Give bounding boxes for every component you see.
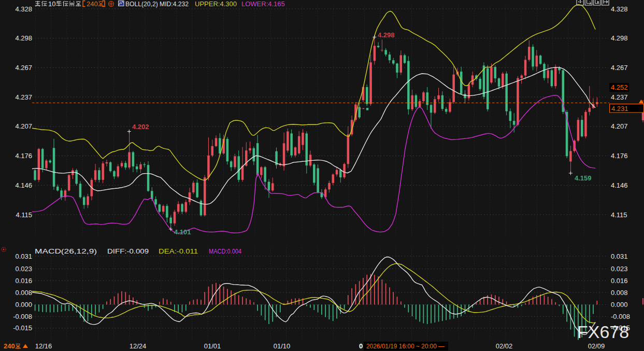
svg-text:DEA:-0.011: DEA:-0.011 [159, 247, 198, 255]
svg-text:4.328: 4.328 [611, 5, 628, 13]
svg-text:02/09: 02/09 [588, 342, 605, 350]
svg-text:0.031: 0.031 [611, 252, 628, 260]
svg-text:2026/01/19 16:00 ~ 20:00 —: 2026/01/19 16:00 ~ 20:00 — [366, 342, 445, 350]
svg-text:10: 10 [48, 0, 55, 8]
svg-text:-0.015: -0.015 [13, 324, 32, 332]
svg-text:240: 240 [87, 0, 98, 8]
svg-text:BOLL(20,2) MID:4.232: BOLL(20,2) MID:4.232 [125, 0, 189, 8]
svg-text:0: 0 [359, 342, 363, 350]
svg-text:4.207: 4.207 [611, 122, 628, 130]
svg-text:MACD(26,12,9): MACD(26,12,9) [35, 247, 97, 255]
svg-text:0.016: 0.016 [15, 277, 32, 285]
svg-text:4.298: 4.298 [15, 34, 32, 42]
svg-text:4.237: 4.237 [15, 93, 32, 101]
svg-text:-0.008: -0.008 [13, 313, 32, 320]
svg-text:4.176: 4.176 [611, 152, 628, 160]
svg-text:4.252: 4.252 [611, 83, 628, 91]
svg-text:4.101: 4.101 [174, 228, 191, 236]
svg-text:4.146: 4.146 [611, 181, 628, 189]
svg-text:-0.008: -0.008 [611, 313, 630, 320]
svg-text:12/24: 12/24 [130, 342, 147, 350]
svg-text:0.000: 0.000 [611, 301, 628, 308]
svg-text:4.202: 4.202 [132, 123, 149, 131]
svg-text:0.000: 0.000 [15, 301, 32, 308]
svg-text:4.115: 4.115 [16, 211, 32, 219]
svg-text:4.176: 4.176 [15, 152, 32, 160]
svg-text:4.146: 4.146 [15, 181, 32, 189]
svg-text:02/02: 02/02 [496, 342, 513, 350]
svg-text:FX678: FX678 [577, 322, 629, 342]
svg-text:0.016: 0.016 [611, 277, 628, 285]
svg-text:0.023: 0.023 [611, 265, 628, 273]
svg-text:4.159: 4.159 [575, 174, 592, 182]
svg-text:0.023: 0.023 [15, 265, 32, 273]
svg-text:4.298: 4.298 [378, 31, 395, 39]
svg-text:4.298: 4.298 [611, 34, 628, 42]
svg-text:DIFF:-0.009: DIFF:-0.009 [107, 247, 149, 255]
svg-text:4.115: 4.115 [611, 211, 627, 219]
svg-text:4.267: 4.267 [15, 64, 32, 72]
svg-text:4.237: 4.237 [611, 93, 628, 101]
svg-text:4.328: 4.328 [15, 5, 32, 13]
svg-text:0.031: 0.031 [15, 252, 32, 260]
svg-text:4.231: 4.231 [611, 105, 628, 113]
svg-text:0.008: 0.008 [15, 289, 32, 297]
svg-text:4.207: 4.207 [15, 122, 32, 130]
svg-text:LOWER:4.165: LOWER:4.165 [241, 0, 285, 8]
svg-text:MACD:0.004: MACD:0.004 [209, 247, 241, 255]
svg-text:01/10: 01/10 [274, 342, 291, 350]
svg-text:UPPER:4.300: UPPER:4.300 [195, 0, 237, 8]
svg-text:01/01: 01/01 [204, 342, 221, 350]
svg-text:0.008: 0.008 [611, 289, 628, 297]
svg-text:12/16: 12/16 [35, 342, 52, 350]
svg-text:240: 240 [4, 342, 15, 350]
svg-text:4.267: 4.267 [611, 64, 628, 72]
